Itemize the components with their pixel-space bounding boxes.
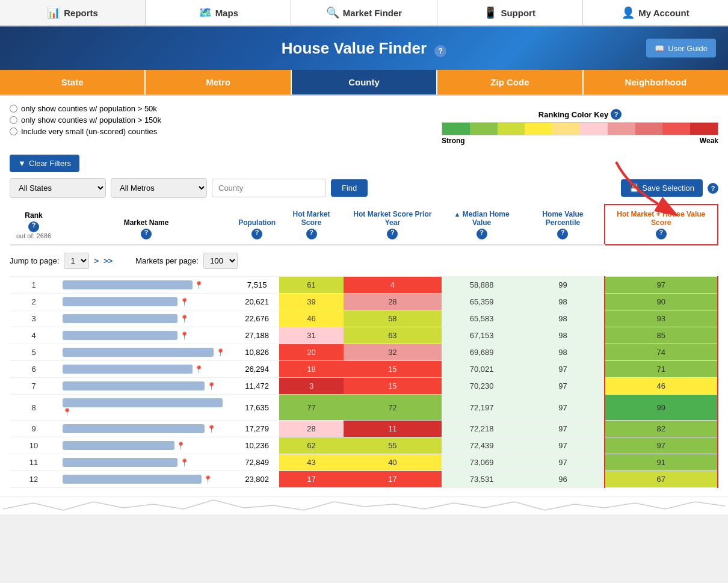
median-home-value-cell: 58,888 xyxy=(442,277,522,294)
combined-score-cell: 97 xyxy=(605,437,718,454)
filter-option-2[interactable]: only show counties w/ population > 150k xyxy=(10,116,161,125)
market-name-cell[interactable]: ▬▬▬▬▬ ▬▬▬▬ ▬▬▬ 📍 xyxy=(58,454,235,471)
state-select[interactable]: All States xyxy=(10,178,106,198)
county-input[interactable] xyxy=(212,179,326,197)
filter-option-3[interactable]: Include very small (un-scored) counties xyxy=(10,127,161,136)
location-pin-icon[interactable]: 📍 xyxy=(177,458,188,467)
hot-prior-cell: 72 xyxy=(344,395,442,421)
population-cell: 20,621 xyxy=(235,294,279,310)
home-value-percentile-cell: 97 xyxy=(522,421,604,437)
nav-my-account[interactable]: 👤 My Account xyxy=(583,0,728,25)
nav-my-account-label: My Account xyxy=(638,8,689,18)
tab-county[interactable]: County xyxy=(292,70,437,94)
next-page-link[interactable]: > xyxy=(94,256,99,265)
color-key-section: Ranking Color Key ? Strong Weak xyxy=(442,109,718,145)
nav-reports[interactable]: 📊 Reports xyxy=(0,0,146,25)
percentile-help-icon[interactable]: ? xyxy=(557,229,568,239)
color-key-help-icon[interactable]: ? xyxy=(611,109,622,120)
rank-help-icon[interactable]: ? xyxy=(28,221,39,232)
hot-prior-cell: 32 xyxy=(344,344,442,361)
location-pin-icon[interactable]: 📍 xyxy=(63,408,72,416)
color-light-red xyxy=(635,123,663,135)
home-value-percentile-cell: 97 xyxy=(522,395,604,421)
market-name-cell[interactable]: ▬▬▬▬▬▬▬▬▬ ▬▬▬ 📍 xyxy=(58,437,235,454)
save-selection-button[interactable]: 💾 Save Selection xyxy=(621,179,703,197)
combined-score-cell: 85 xyxy=(605,327,718,344)
tab-bar: State Metro County Zip Code Neighborhood xyxy=(0,70,728,96)
bottom-bar xyxy=(0,496,728,514)
hero-help-icon[interactable]: ? xyxy=(434,45,446,57)
market-name-cell[interactable]: ▬▬▬▬▬▬▬▬▬▬▬ ▬▬▬ 📍 xyxy=(58,361,235,378)
combined-score-cell: 90 xyxy=(605,294,718,310)
combined-score-header: Hot Market + House Value Score ? xyxy=(605,205,718,245)
rank-cell: 2 xyxy=(10,294,58,310)
location-pin-icon[interactable]: 📍 xyxy=(177,332,188,340)
hot-prior-cell: 4 xyxy=(344,277,442,294)
market-name-help-icon[interactable]: ? xyxy=(141,229,152,239)
market-name-cell[interactable]: ▬▬▬▬▬▬ ▬▬▬ ▬▬▬ 📍 xyxy=(58,310,235,327)
market-name-cell[interactable]: ▬▬▬▬▬▬ ▬▬▬▬▬▬ ▬▬▬ 📍 xyxy=(58,421,235,437)
user-guide-button[interactable]: 📖 User Guide xyxy=(646,39,716,58)
market-name-cell[interactable]: ▬▬▬▬▬▬▬▬▬▬▬▬ ▬▬ 📍 xyxy=(58,277,235,294)
tab-neighborhood[interactable]: Neighborhood xyxy=(584,70,728,94)
location-pin-icon[interactable]: 📍 xyxy=(193,365,203,374)
median-home-value-cell: 67,153 xyxy=(442,327,522,344)
population-help-icon[interactable]: ? xyxy=(251,229,262,239)
location-pin-icon[interactable]: 📍 xyxy=(205,425,215,433)
location-pin-icon[interactable]: 📍 xyxy=(202,475,212,484)
median-home-value-cell: 72,439 xyxy=(442,437,522,454)
market-name-cell[interactable]: ▬▬▬▬ ▬▬▬▬▬▬ ▬▬ 📍 xyxy=(58,294,235,310)
page-select[interactable]: 1 xyxy=(64,253,89,269)
save-help-icon[interactable]: ? xyxy=(708,183,718,194)
support-icon: 📱 xyxy=(484,6,497,19)
market-name-cell[interactable]: ▬▬▬▬▬▬▬ ▬▬▬▬▬▬▬ ▬▬▬ 📍 xyxy=(58,395,235,421)
nav-market-finder[interactable]: 🔍 Market Finder xyxy=(291,0,437,25)
filter-option-1[interactable]: only show counties w/ population > 50k xyxy=(10,104,161,113)
metro-select[interactable]: All Metros xyxy=(111,178,207,198)
book-icon: 📖 xyxy=(655,44,664,53)
population-cell: 10,236 xyxy=(235,437,279,454)
combined-help-icon[interactable]: ? xyxy=(656,229,667,239)
filter-options: only show counties w/ population > 50k o… xyxy=(10,104,161,136)
median-home-value-cell: 70,230 xyxy=(442,378,522,395)
hot-score-cell: 62 xyxy=(279,437,344,454)
location-pin-icon[interactable]: 📍 xyxy=(177,315,188,323)
hot-score-help-icon[interactable]: ? xyxy=(306,229,317,239)
market-name-cell[interactable]: ▬▬▬▬▬▬▬▬▬▬▬ ▬▬ ▬▬ 📍 xyxy=(58,378,235,395)
rank-cell: 4 xyxy=(10,327,58,344)
hot-score-cell: 31 xyxy=(279,327,344,344)
location-pin-icon[interactable]: 📍 xyxy=(205,382,215,390)
find-button[interactable]: Find xyxy=(331,179,368,197)
location-pin-icon[interactable]: 📍 xyxy=(174,442,185,450)
clear-filters-button[interactable]: ▼ Clear Filters xyxy=(10,155,79,172)
location-pin-icon[interactable]: 📍 xyxy=(193,281,203,289)
hot-prior-help-icon[interactable]: ? xyxy=(387,229,398,239)
home-value-percentile-header: Home Value Percentile ? xyxy=(522,205,604,245)
population-cell: 17,279 xyxy=(235,421,279,437)
table-wrapper: Rank ? out of: 2686 Market Name ? Popula… xyxy=(10,204,718,488)
nav-support[interactable]: 📱 Support xyxy=(437,0,583,25)
market-name-cell[interactable]: ▬▬▬▬▬▬▬▬▬▬▬▬ ▬▬▬ 📍 xyxy=(58,471,235,488)
hot-prior-cell: 17 xyxy=(344,471,442,488)
median-home-value-cell: 72,218 xyxy=(442,421,522,437)
page-title: House Value Finder ? xyxy=(282,39,447,58)
color-dark-red xyxy=(690,123,718,135)
last-page-link[interactable]: >> xyxy=(103,256,113,265)
hot-score-cell: 39 xyxy=(279,294,344,310)
location-pin-icon[interactable]: 📍 xyxy=(214,348,224,357)
tab-zip-code[interactable]: Zip Code xyxy=(437,70,583,94)
color-red xyxy=(662,123,690,135)
nav-maps[interactable]: 🗺️ Maps xyxy=(146,0,291,25)
market-name-cell[interactable]: ▬▬▬▬ ▬▬▬▬▬▬ ▬▬ 📍 xyxy=(58,327,235,344)
median-home-value-cell: 72,197 xyxy=(442,395,522,421)
location-pin-icon[interactable]: 📍 xyxy=(177,298,188,306)
table-row: 2▬▬▬▬ ▬▬▬▬▬▬ ▬▬ 📍20,621392865,3599890 xyxy=(10,294,718,310)
median-help-icon[interactable]: ? xyxy=(477,229,487,239)
population-cell: 22,676 xyxy=(235,310,279,327)
hot-score-cell: 28 xyxy=(279,421,344,437)
hot-prior-cell: 63 xyxy=(344,327,442,344)
per-page-select[interactable]: 100 xyxy=(203,253,238,269)
tab-state[interactable]: State xyxy=(0,70,146,94)
market-name-cell[interactable]: ▬▬▬▬▬▬ ▬▬▬▬▬▬▬ ▬▬▬ 📍 xyxy=(58,344,235,361)
tab-metro[interactable]: Metro xyxy=(146,70,291,94)
